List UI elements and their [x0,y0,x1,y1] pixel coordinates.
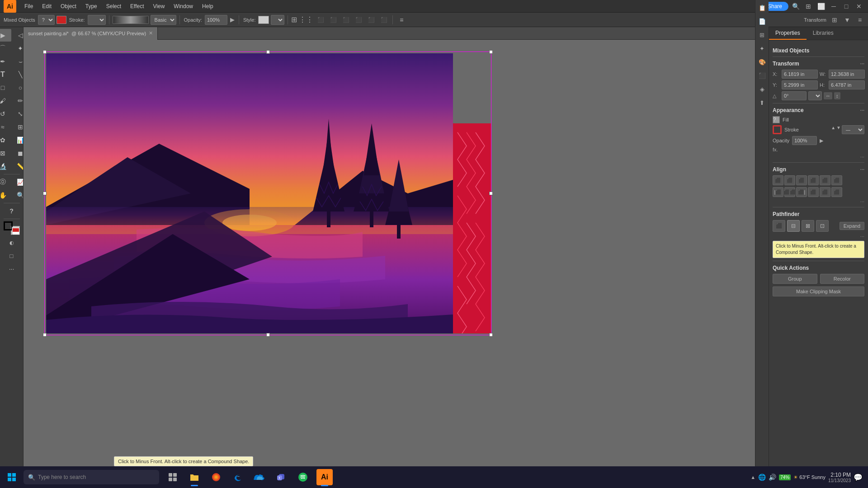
taskbar-illustrator[interactable]: Ai [315,467,335,487]
minus-front-btn[interactable]: ⊟ [787,220,800,232]
arrange-windows-icon[interactable]: ⊞ [803,1,814,12]
fullscreen-icon[interactable]: ⬜ [816,1,826,12]
eyedropper-tool[interactable]: 🔬 [0,160,11,173]
appearance-more-btn[interactable]: ··· [860,108,864,113]
stroke-select[interactable] [88,15,106,25]
angle-input[interactable] [782,91,807,100]
make-clipping-mask-btn[interactable]: Make Clipping Mask [773,286,864,296]
handle-bottom-left[interactable] [43,333,47,337]
color-mode-btn[interactable]: ⬜ [0,236,3,249]
warp-tool[interactable]: ≈ [0,121,11,133]
dist-right-btn[interactable]: ⬛| [796,187,807,197]
menu-file[interactable]: File [21,2,37,10]
weather-info[interactable]: ☀ 63°F Sunny [793,474,826,480]
taskbar-teams[interactable]: t [271,467,291,487]
align-bottom-icon[interactable]: ⬛ [378,14,389,25]
color-guide-icon[interactable]: 🎨 [756,56,768,68]
paintbrush-tool[interactable]: 🖌 [0,94,11,107]
object-type-select[interactable]: ? [38,15,55,25]
unknown-icon[interactable]: ? [773,116,780,123]
network-icon[interactable]: 🌐 [758,474,766,481]
dist-top-btn[interactable]: ⬛ [808,187,819,197]
document-tab[interactable]: sunset painting.ai* @ 66.67 % (CMYK/CPU … [24,27,158,40]
fg-bg-swap[interactable] [12,227,20,235]
style-select[interactable] [271,15,284,25]
mesh-tool[interactable]: ⊠ [0,147,11,160]
x-input[interactable] [782,70,818,79]
pathfinder-more-btn[interactable]: ··· [860,234,864,239]
maximize-icon[interactable]: □ [841,1,852,12]
flip-h-btn[interactable]: ↔ [824,92,832,99]
opacity-prop-input[interactable] [792,136,817,145]
align-top-icon[interactable]: ⬛ [353,14,364,25]
free-transform-tool[interactable]: ⊞ [12,121,24,133]
align-right-icon[interactable]: ⬛ [340,14,351,25]
dist-center-v-btn[interactable]: ⬛ [820,187,830,197]
taskbar-edge[interactable] [228,467,248,487]
lasso-tool[interactable]: ⌒ [0,42,11,55]
dist-center-h-btn[interactable]: ⬛⬛ [784,187,795,197]
stroke-down-btn[interactable]: ▼ [836,125,841,134]
taskbar-onedrive[interactable] [250,467,269,487]
layers-icon[interactable]: 📄 [756,15,768,27]
volume-icon[interactable]: 🔊 [769,474,776,481]
properties-icon[interactable]: 📋 [756,2,768,14]
panel-options-icon[interactable]: ≡ [854,14,865,25]
exclude-btn[interactable]: ⊡ [816,220,829,232]
recolor-btn[interactable]: Recolor [820,274,865,284]
symbols-icon[interactable]: ◈ [756,83,768,95]
column-graph-tool[interactable]: 📊 [12,134,24,146]
transform-more-btn[interactable]: ··· [860,61,864,66]
type-tool[interactable]: T [0,68,11,81]
align-more-btn[interactable]: ··· [860,167,864,172]
zoom-tool[interactable]: 🔍 [12,189,24,202]
more-tools-btn[interactable]: ··· [3,263,20,275]
y-input[interactable] [782,80,818,89]
stroke-swatch-main[interactable] [4,221,13,230]
more-icon[interactable]: ≡ [396,14,407,25]
canvas-content[interactable]: Click to Minus Front. Alt-click to creat… [24,40,769,475]
help-tool[interactable]: ? [3,205,20,217]
stroke-up-btn[interactable]: ▲ [831,125,835,134]
measure-tool[interactable]: 📏 [12,160,24,173]
taskbar-spotify[interactable] [293,467,313,487]
stroke-color-swatch[interactable] [773,125,782,134]
align-right-objects-btn[interactable]: ⬛ [796,175,807,185]
selection-tool[interactable]: ▶ [0,29,11,42]
menu-edit[interactable]: Edit [38,2,55,10]
angle-select[interactable]: ° [808,91,822,100]
opacity-expand-btn[interactable]: ▶ [820,138,823,144]
effects-icon[interactable]: ✦ [756,42,768,54]
align-more2-btn[interactable]: ··· [860,199,864,204]
symbol-sprayer-tool[interactable]: ✿ [0,134,11,146]
taskbar-task-view[interactable] [163,467,183,487]
menu-select[interactable]: Select [103,2,125,10]
export-icon[interactable]: ⬆ [756,97,768,108]
menu-object[interactable]: Object [57,2,80,10]
distribute-icon[interactable]: ⋮⋮ [299,15,313,24]
expand-btn[interactable]: Expand [840,222,864,230]
curvature-tool[interactable]: ⌣ [12,55,24,68]
align-center-h-icon[interactable]: ⬛ [328,14,339,25]
blend-mode-select[interactable]: Basic [151,15,176,25]
bar-chart-tool[interactable]: 📈 [12,176,24,188]
transform-icon[interactable]: ⊞ [829,14,840,25]
notifications-btn[interactable]: 💬 [854,473,863,482]
grid-icon[interactable]: ⊞ [291,15,297,24]
stroke-type-select[interactable]: — [842,125,864,134]
close-icon[interactable]: ✕ [854,1,864,12]
rect-tool[interactable]: □ [0,81,11,94]
group-btn[interactable]: Group [773,274,817,284]
more-options2-icon[interactable]: ▼ [842,14,853,25]
more-options-icon[interactable]: ▶ [229,15,236,24]
hand-tool[interactable]: ✋ [0,189,11,202]
align-left-objects-btn[interactable]: ⬛ [773,175,783,185]
swatches-icon[interactable]: ⬛ [756,70,768,81]
gradient-mode-btn[interactable]: ◐ [3,236,20,249]
taskbar-up-arrow[interactable]: ▲ [750,474,755,480]
appearance-more2-btn[interactable]: ··· [860,154,864,160]
align-center-v-icon[interactable]: ⬛ [366,14,377,25]
assets-icon[interactable]: ⊞ [756,29,768,41]
pen-tool[interactable]: ✒ [0,55,11,68]
battery-indicator[interactable]: 74% [779,474,791,480]
